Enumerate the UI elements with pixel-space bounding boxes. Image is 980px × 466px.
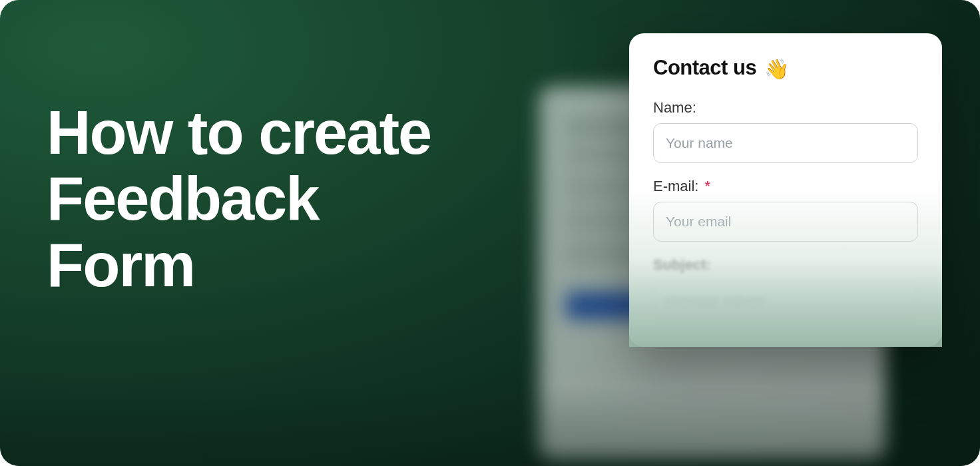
hero-title: How to create Feedback Form: [47, 100, 431, 298]
name-input[interactable]: [653, 123, 918, 163]
email-field: E-mail: *: [653, 178, 918, 242]
subject-placeholder: Message subject: [665, 293, 765, 308]
required-asterisk: *: [705, 178, 711, 194]
email-label: E-mail: *: [653, 178, 918, 195]
wave-icon: 👋: [764, 57, 789, 81]
hero-banner: How to create Feedback Form Contact us 👋…: [0, 0, 980, 466]
subject-field: Subject: Message subject: [653, 256, 918, 320]
email-input[interactable]: [653, 202, 918, 242]
name-label: Name:: [653, 99, 918, 116]
hero-title-line: Feedback: [47, 164, 318, 232]
hero-title-line: How to create: [47, 99, 431, 166]
card-title: Contact us 👋: [653, 56, 918, 81]
email-label-text: E-mail:: [653, 178, 698, 194]
card-title-text: Contact us: [653, 56, 756, 79]
subject-label: Subject:: [653, 256, 918, 274]
name-field: Name:: [653, 99, 918, 163]
contact-form-card: Contact us 👋 Name: E-mail: * Subject: Me…: [629, 33, 942, 347]
hero-title-line: Form: [47, 231, 194, 299]
